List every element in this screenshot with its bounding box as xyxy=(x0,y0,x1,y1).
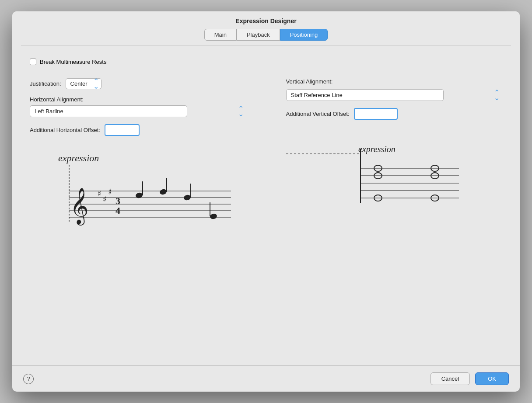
left-expression-text: expression xyxy=(58,153,99,163)
horizontal-offset-input[interactable]: 0,5pt xyxy=(105,124,140,136)
left-music-preview: expression 𝄞 ♯ ♯ ♯ xyxy=(30,143,246,230)
break-multimeasure-row: Break Multimeasure Rests xyxy=(30,59,502,65)
content-area: Break Multimeasure Rests Justification: … xyxy=(12,45,520,365)
tab-main[interactable]: Main xyxy=(204,29,237,41)
vertical-alignment-section: Vertical Alignment: Staff Reference Line… xyxy=(286,78,503,101)
horizontal-alignment-row: Horizontal Alignment: Left Barline Right… xyxy=(30,96,246,117)
sharp-3: ♯ xyxy=(108,188,112,196)
vertical-offset-input[interactable]: -18,75pt xyxy=(354,108,398,120)
horizontal-offset-row: Additional Horizontal Offset: 0,5pt xyxy=(30,124,246,136)
break-multimeasure-checkbox[interactable] xyxy=(30,59,36,65)
sharp-2: ♯ xyxy=(103,195,107,204)
action-buttons: Cancel OK xyxy=(430,372,509,385)
main-two-col: Justification: Left Center Right ⌃⌄ Hori… xyxy=(30,78,502,230)
horizontal-alignment-select[interactable]: Left Barline Right Barline Center Left E… xyxy=(30,105,187,117)
justification-row: Justification: Left Center Right ⌃⌄ xyxy=(30,78,246,89)
note-4 xyxy=(210,213,218,220)
right-column: Vertical Alignment: Staff Reference Line… xyxy=(264,78,503,230)
treble-clef: 𝄞 xyxy=(70,188,89,226)
vertical-alignment-select[interactable]: Staff Reference Line Top of Staff Bottom… xyxy=(286,89,444,101)
note-2 xyxy=(159,188,168,195)
cancel-button[interactable]: Cancel xyxy=(430,372,470,385)
note-3 xyxy=(183,194,192,201)
ok-button[interactable]: OK xyxy=(475,372,509,385)
horizontal-alignment-select-wrap: Left Barline Right Barline Center Left E… xyxy=(30,105,246,117)
justification-select[interactable]: Left Center Right xyxy=(66,78,102,89)
tab-bar: Main Playback Positioning xyxy=(12,29,520,45)
left-music-svg: expression 𝄞 ♯ ♯ ♯ xyxy=(30,143,231,230)
vertical-offset-label: Additional Vertical Offset: xyxy=(286,111,350,117)
right-music-preview: expression xyxy=(286,127,503,214)
horizontal-offset-label: Additional Horizontal Offset: xyxy=(30,127,100,133)
right-expression-text: expression xyxy=(358,144,396,154)
help-button[interactable]: ? xyxy=(23,374,34,384)
expression-designer-dialog: Expression Designer Main Playback Positi… xyxy=(12,11,520,392)
vertical-alignment-arrow: ⌃⌄ xyxy=(494,90,500,100)
tab-positioning[interactable]: Positioning xyxy=(280,29,328,41)
dialog-title: Expression Designer xyxy=(12,11,520,29)
vertical-alignment-label: Vertical Alignment: xyxy=(286,78,503,85)
right-music-svg: expression xyxy=(286,127,461,214)
left-column: Justification: Left Center Right ⌃⌄ Hori… xyxy=(30,78,264,230)
bottom-bar: ? Cancel OK xyxy=(12,365,520,392)
justification-label: Justification: xyxy=(30,80,61,87)
vertical-alignment-select-wrap: Staff Reference Line Top of Staff Bottom… xyxy=(286,89,503,101)
horizontal-alignment-label: Horizontal Alignment: xyxy=(30,96,246,103)
time-sig-bottom: 4 xyxy=(116,205,120,216)
break-multimeasure-label: Break Multimeasure Rests xyxy=(40,59,106,65)
horizontal-alignment-arrow: ⌃⌄ xyxy=(238,106,244,116)
vertical-offset-row: Additional Vertical Offset: -18,75pt xyxy=(286,108,503,120)
tab-playback[interactable]: Playback xyxy=(237,29,280,41)
sharp-1: ♯ xyxy=(98,189,102,198)
justification-select-wrap: Left Center Right ⌃⌄ xyxy=(66,78,102,89)
